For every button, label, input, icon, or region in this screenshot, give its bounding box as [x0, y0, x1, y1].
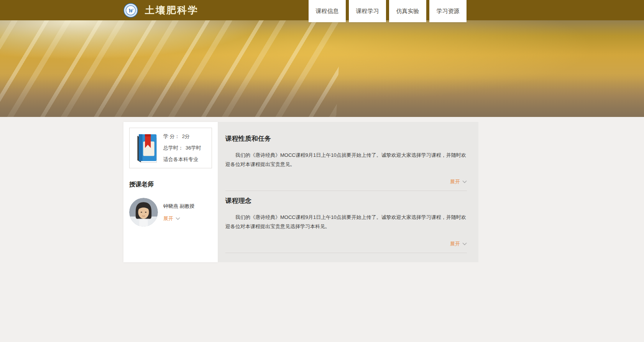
- brand: W 土壤肥科学: [123, 0, 199, 20]
- page: W 土壤肥科学 课程信息 课程学习 仿真实验 学习资源: [0, 0, 644, 342]
- nav-tab-resources[interactable]: 学习资源: [429, 0, 467, 22]
- section-title: 课程性质和任务: [225, 134, 467, 143]
- teacher-expand-link[interactable]: 展开: [163, 215, 180, 222]
- section-course-philosophy: 课程理念 我们的《唐诗经典》MOCC课程9月1日上午10点就要开始上传了。诚挚欢…: [225, 196, 467, 253]
- hours-line: 总学时：36学时: [163, 145, 201, 151]
- section-expand-label: 展开: [450, 178, 460, 185]
- section-expand-link[interactable]: 展开: [450, 178, 467, 185]
- nav-tab-course-learning[interactable]: 课程学习: [349, 0, 386, 22]
- chevron-down-icon: [462, 180, 467, 183]
- section-divider: [225, 253, 467, 253]
- hours-label: 总学时：: [163, 145, 183, 151]
- expand-row: 展开: [225, 235, 467, 247]
- course-info-lines: 学 分：2分 总学时：36学时 适合各本科专业: [163, 133, 201, 163]
- teacher-card: 钟晓燕 副教授 展开: [129, 198, 212, 227]
- credit-line: 学 分：2分: [163, 133, 201, 140]
- teacher-expand-label: 展开: [163, 215, 173, 222]
- nav-tab-simulation[interactable]: 仿真实验: [389, 0, 426, 22]
- section-body: 我们的《唐诗经典》MOCC课程9月1日上午10点就要开始上传了。诚挚欢迎大家选择…: [225, 213, 467, 231]
- site-title: 土壤肥科学: [145, 4, 199, 16]
- credit-value: 2分: [182, 133, 190, 139]
- main-content: 学 分：2分 总学时：36学时 适合各本科专业 授课老师: [123, 122, 478, 262]
- course-info-card: 学 分：2分 总学时：36学时 适合各本科专业: [129, 128, 212, 168]
- teacher-name: 钟晓燕 副教授: [163, 203, 195, 210]
- section-expand-label: 展开: [450, 240, 460, 247]
- section-body: 我们的《唐诗经典》MOCC课程9月1日上午10点就要开始上传了。诚挚欢迎大家选择…: [225, 151, 467, 169]
- school-emblem-icon: W: [123, 3, 138, 18]
- section-course-nature: 课程性质和任务 我们的《唐诗经典》MOCC课程9月1日上午10点就要开始上传了。…: [225, 134, 467, 191]
- main-nav: 课程信息 课程学习 仿真实验 学习资源: [309, 0, 467, 22]
- credit-label: 学 分：: [163, 133, 180, 139]
- course-content-panel: 课程性质和任务 我们的《唐诗经典》MOCC课程9月1日上午10点就要开始上传了。…: [218, 122, 478, 262]
- section-divider: [225, 191, 467, 191]
- nav-tab-course-info[interactable]: 课程信息: [309, 0, 346, 22]
- course-sidebar: 学 分：2分 总学时：36学时 适合各本科专业 授课老师: [123, 122, 218, 262]
- hero-banner: [0, 20, 644, 117]
- section-expand-link[interactable]: 展开: [450, 240, 467, 247]
- book-icon: [133, 133, 159, 163]
- teacher-avatar: [129, 198, 158, 227]
- section-title: 课程理念: [225, 196, 467, 205]
- hours-value: 36学时: [186, 145, 201, 151]
- teacher-section-title: 授课老师: [129, 181, 212, 189]
- chevron-down-icon: [176, 217, 180, 220]
- teacher-meta: 钟晓燕 副教授 展开: [163, 203, 195, 222]
- audience-line: 适合各本科专业: [163, 156, 201, 163]
- chevron-down-icon: [462, 242, 467, 245]
- expand-row: 展开: [225, 173, 467, 185]
- top-header: W 土壤肥科学 课程信息 课程学习 仿真实验 学习资源: [0, 0, 644, 20]
- svg-text:W: W: [128, 7, 134, 13]
- banner-bottom-fade: [0, 20, 644, 117]
